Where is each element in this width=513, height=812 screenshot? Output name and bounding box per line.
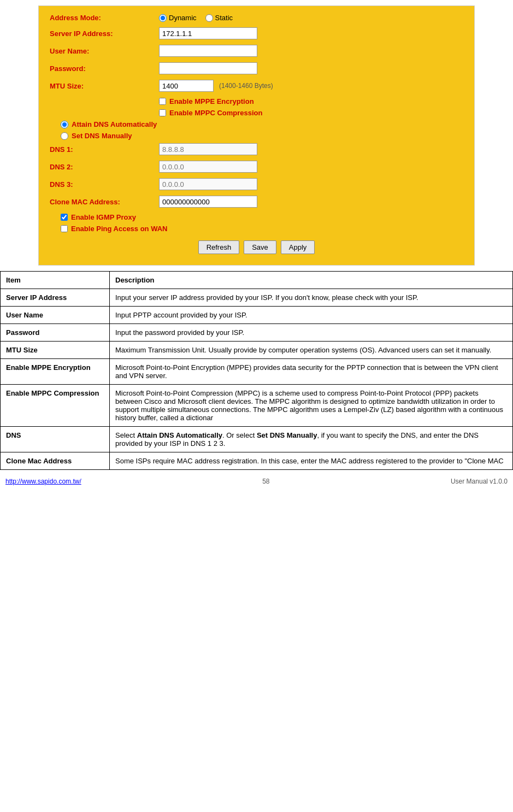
set-dns-radio[interactable]: [61, 132, 68, 140]
address-mode-radio-group: Dynamic Static: [159, 14, 233, 22]
address-mode-row: Address Mode: Dynamic Static: [50, 14, 463, 22]
dns1-row: DNS 1:: [50, 143, 463, 155]
dns1-input[interactable]: [159, 143, 257, 155]
mtu-row: MTU Size: (1400-1460 Bytes): [50, 80, 463, 92]
set-dns-text: Set DNS Manually: [72, 132, 132, 140]
ping-text: Enable Ping Access on WAN: [71, 225, 168, 233]
dns3-input[interactable]: [159, 178, 257, 190]
button-row: Refresh Save Apply: [50, 240, 463, 254]
table-row: User Name Input PPTP account provided by…: [1, 307, 513, 324]
table-cell-desc: Input the password provided by your ISP.: [110, 324, 513, 342]
footer-page: 58: [262, 478, 269, 485]
ping-row: Enable Ping Access on WAN: [61, 225, 463, 233]
dns3-row: DNS 3:: [50, 178, 463, 190]
table-row: Server IP Address Input your server IP a…: [1, 289, 513, 307]
ping-checkbox[interactable]: [61, 225, 68, 232]
mtu-input[interactable]: [159, 80, 214, 92]
table-cell-item: User Name: [1, 307, 110, 324]
mppe-text: Enable MPPE Encryption: [169, 97, 254, 105]
ping-label[interactable]: Enable Ping Access on WAN: [61, 225, 168, 233]
mppc-label[interactable]: Enable MPPC Compression: [159, 109, 262, 117]
table-cell-item: MTU Size: [1, 342, 110, 359]
server-ip-row: Server IP Address:: [50, 27, 463, 39]
dns1-label: DNS 1:: [50, 145, 159, 154]
mppe-checkbox[interactable]: [159, 98, 166, 105]
password-row: Password:: [50, 62, 463, 74]
table-header-row: Item Description: [1, 272, 513, 289]
clone-mac-input[interactable]: [159, 196, 257, 208]
table-cell-desc: Maximum Transmission Unit. Usually provi…: [110, 342, 513, 359]
igmp-text: Enable IGMP Proxy: [71, 213, 136, 221]
table-row: MTU Size Maximum Transmission Unit. Usua…: [1, 342, 513, 359]
col-description: Description: [110, 272, 513, 289]
attain-dns-label[interactable]: Attain DNS Automatically: [61, 120, 157, 128]
static-radio-label[interactable]: Static: [205, 14, 233, 22]
table-cell-item: Enable MPPE Encryption: [1, 359, 110, 385]
footer: http://www.sapido.com.tw/ 58 User Manual…: [0, 475, 513, 487]
attain-dns-row: Attain DNS Automatically: [61, 120, 463, 128]
description-table: Item Description Server IP Address Input…: [0, 271, 513, 470]
save-button[interactable]: Save: [244, 240, 276, 254]
mppe-label[interactable]: Enable MPPE Encryption: [159, 97, 254, 105]
mppe-row: Enable MPPE Encryption: [159, 97, 463, 105]
server-ip-label: Server IP Address:: [50, 30, 159, 38]
dns2-label: DNS 2:: [50, 163, 159, 171]
table-cell-desc: Some ISPs require MAC address registrati…: [110, 452, 513, 470]
set-dns-row: Set DNS Manually: [61, 132, 463, 140]
server-ip-input[interactable]: [159, 27, 257, 39]
igmp-label[interactable]: Enable IGMP Proxy: [61, 213, 136, 221]
table-cell-item: Enable MPPC Compression: [1, 385, 110, 427]
static-label: Static: [215, 14, 233, 22]
igmp-row: Enable IGMP Proxy: [61, 213, 463, 221]
dns3-label: DNS 3:: [50, 180, 159, 189]
table-cell-desc: Input PPTP account provided by your ISP.: [110, 307, 513, 324]
set-dns-label[interactable]: Set DNS Manually: [61, 132, 132, 140]
table-cell-desc: Microsoft Point-to-Point Encryption (MPP…: [110, 359, 513, 385]
attain-dns-text: Attain DNS Automatically: [72, 120, 157, 128]
password-label: Password:: [50, 64, 159, 73]
table-cell-item: Server IP Address: [1, 289, 110, 307]
table-cell-desc: Select Attain DNS Automatically. Or sele…: [110, 427, 513, 452]
username-row: User Name:: [50, 45, 463, 57]
description-table-section: Item Description Server IP Address Input…: [0, 271, 513, 470]
clone-mac-row: Clone MAC Address:: [50, 196, 463, 208]
dynamic-radio[interactable]: [159, 14, 167, 22]
username-input[interactable]: [159, 45, 257, 57]
dynamic-label: Dynamic: [169, 14, 197, 22]
mppc-text: Enable MPPC Compression: [169, 109, 262, 117]
clone-mac-label: Clone MAC Address:: [50, 198, 159, 206]
apply-button[interactable]: Apply: [281, 240, 315, 254]
table-row: Enable MPPE Encryption Microsoft Point-t…: [1, 359, 513, 385]
password-input[interactable]: [159, 62, 257, 74]
mppc-row: Enable MPPC Compression: [159, 109, 463, 117]
refresh-button[interactable]: Refresh: [198, 240, 240, 254]
igmp-checkbox[interactable]: [61, 214, 68, 221]
address-mode-label: Address Mode:: [50, 14, 159, 22]
dns2-row: DNS 2:: [50, 161, 463, 173]
mppc-checkbox[interactable]: [159, 109, 166, 116]
table-cell-desc: Input your server IP address provided by…: [110, 289, 513, 307]
dynamic-radio-label[interactable]: Dynamic: [159, 14, 197, 22]
footer-manual: User Manual v1.0.0: [451, 478, 508, 485]
footer-url[interactable]: http://www.sapido.com.tw/: [5, 478, 81, 485]
dns2-input[interactable]: [159, 161, 257, 173]
table-row: Enable MPPC Compression Microsoft Point-…: [1, 385, 513, 427]
table-cell-item: Password: [1, 324, 110, 342]
table-cell-desc: Microsoft Point-to-Point Compression (MP…: [110, 385, 513, 427]
mtu-label: MTU Size:: [50, 82, 159, 90]
username-label: User Name:: [50, 47, 159, 55]
table-row: Password Input the password provided by …: [1, 324, 513, 342]
table-cell-item: Clone Mac Address: [1, 452, 110, 470]
attain-dns-radio[interactable]: [61, 121, 68, 128]
form-section: Address Mode: Dynamic Static Server IP A…: [38, 5, 475, 266]
table-cell-item: DNS: [1, 427, 110, 452]
table-row: DNS Select Attain DNS Automatically. Or …: [1, 427, 513, 452]
col-item: Item: [1, 272, 110, 289]
static-radio[interactable]: [205, 14, 213, 22]
mtu-hint: (1400-1460 Bytes): [219, 82, 273, 90]
table-row: Clone Mac Address Some ISPs require MAC …: [1, 452, 513, 470]
